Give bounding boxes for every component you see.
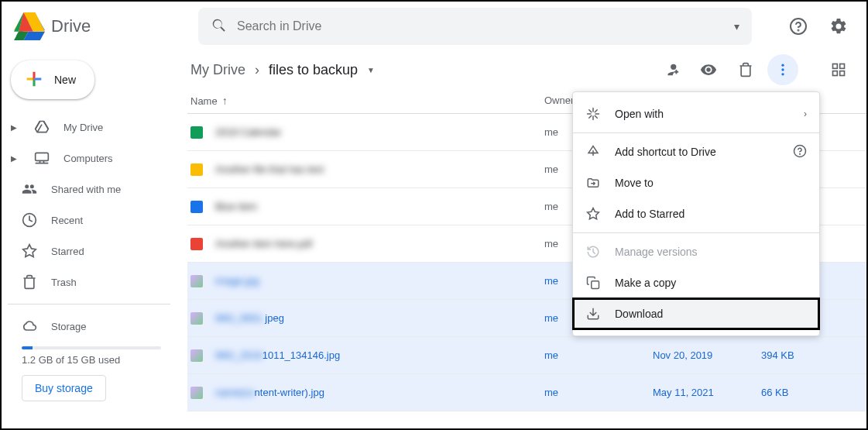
file-name: IMG_20191011_134146.jpg bbox=[215, 349, 340, 361]
help-icon[interactable] bbox=[793, 144, 807, 160]
table-row[interactable]: name(content-writer).jpgmeMay 11, 202166… bbox=[187, 374, 866, 411]
new-button[interactable]: New bbox=[11, 60, 94, 99]
support-button[interactable] bbox=[783, 11, 814, 42]
file-name: image.jpg bbox=[215, 275, 259, 287]
chevron-right-icon: › bbox=[804, 108, 807, 119]
menu-manage-versions-label: Manage versions bbox=[615, 246, 807, 258]
add-shortcut-icon bbox=[585, 144, 601, 160]
open-with-icon bbox=[585, 106, 601, 122]
breadcrumb: My Drive › files to backup ▼ bbox=[190, 62, 375, 78]
move-to-icon bbox=[585, 175, 601, 191]
column-name-label: Name bbox=[190, 95, 218, 107]
sidebar-item-label: My Drive bbox=[63, 122, 103, 133]
file-name: Blue item bbox=[215, 201, 257, 212]
menu-download[interactable]: Download bbox=[573, 298, 819, 329]
sort-arrow-up-icon: ↑ bbox=[222, 95, 228, 107]
svg-point-13 bbox=[781, 73, 784, 75]
content: My Drive › files to backup ▼ Name ↑ Owne… bbox=[187, 51, 866, 428]
file-name: Another file that has text bbox=[215, 163, 324, 175]
sidebar-item-recent[interactable]: Recent bbox=[8, 205, 187, 236]
sidebar-item-shared-with-me[interactable]: Shared with me bbox=[8, 174, 187, 205]
menu-open-with[interactable]: Open with › bbox=[573, 98, 819, 129]
file-type-icon bbox=[190, 163, 203, 176]
share-button[interactable] bbox=[656, 54, 687, 85]
file-name: Another item here.pdf bbox=[215, 238, 312, 249]
more-actions-button[interactable] bbox=[767, 54, 798, 85]
file-type-icon bbox=[190, 312, 203, 325]
sidebar-item-my-drive[interactable]: ▶My Drive bbox=[8, 112, 187, 143]
svg-point-19 bbox=[800, 153, 801, 154]
drive-logo-icon bbox=[14, 11, 45, 42]
sidebar: New ▶My Drive▶ComputersShared with meRec… bbox=[2, 51, 187, 428]
file-type-icon bbox=[190, 238, 203, 250]
storage-bar bbox=[22, 346, 161, 349]
table-row[interactable]: IMG_20191011_134146.jpgmeNov 20, 2019394… bbox=[187, 337, 866, 374]
cloud-icon bbox=[22, 318, 37, 334]
menu-make-a-copy[interactable]: Make a copy bbox=[573, 267, 819, 298]
svg-rect-8 bbox=[36, 153, 49, 160]
svg-rect-15 bbox=[840, 64, 845, 69]
search-icon bbox=[211, 17, 228, 36]
file-type-icon bbox=[190, 387, 203, 399]
chevron-down-icon[interactable]: ▼ bbox=[367, 66, 375, 74]
chevron-right-icon: › bbox=[252, 62, 262, 78]
breadcrumb-current[interactable]: files to backup bbox=[269, 62, 358, 78]
preview-button[interactable] bbox=[693, 54, 724, 85]
menu-manage-versions: Manage versions bbox=[573, 236, 819, 267]
search-options-dropdown-icon[interactable]: ▾ bbox=[734, 20, 739, 33]
menu-add-shortcut[interactable]: Add shortcut to Drive bbox=[573, 136, 819, 167]
file-type-icon bbox=[190, 349, 203, 362]
menu-add-to-starred[interactable]: Add to Starred bbox=[573, 198, 819, 229]
main: New ▶My Drive▶ComputersShared with meRec… bbox=[2, 51, 866, 428]
svg-rect-16 bbox=[833, 71, 838, 76]
plus-icon bbox=[23, 68, 45, 91]
context-menu: Open with › Add shortcut to Drive Move t… bbox=[572, 91, 820, 336]
new-button-label: New bbox=[54, 74, 76, 86]
sidebar-item-label: Trash bbox=[51, 277, 77, 288]
file-owner: me bbox=[544, 349, 653, 361]
search-input[interactable] bbox=[237, 19, 725, 33]
star-icon bbox=[585, 206, 601, 222]
file-type-icon bbox=[190, 201, 203, 213]
logo-area[interactable]: Drive bbox=[14, 11, 198, 42]
download-icon bbox=[585, 306, 601, 322]
svg-point-12 bbox=[781, 68, 784, 71]
sidebar-item-storage[interactable]: Storage bbox=[8, 311, 187, 342]
storage-label: Storage bbox=[51, 321, 87, 332]
versions-icon bbox=[585, 244, 601, 260]
sidebar-item-starred[interactable]: Starred bbox=[8, 236, 187, 267]
starred-icon bbox=[22, 243, 37, 259]
storage-fill bbox=[22, 346, 33, 349]
menu-make-a-copy-label: Make a copy bbox=[615, 277, 807, 289]
sidebar-item-label: Computers bbox=[63, 153, 113, 164]
chevron-right-icon: ▶ bbox=[11, 123, 20, 132]
column-name[interactable]: Name ↑ bbox=[190, 95, 544, 107]
computers-icon bbox=[34, 150, 50, 166]
svg-marker-20 bbox=[588, 208, 599, 219]
file-name: name(content-writer).jpg bbox=[215, 387, 324, 398]
file-type-icon bbox=[190, 275, 203, 287]
sidebar-item-label: Starred bbox=[51, 246, 84, 257]
grid-view-button[interactable] bbox=[823, 54, 854, 85]
sidebar-item-computers[interactable]: ▶Computers bbox=[8, 143, 187, 174]
breadcrumb-root[interactable]: My Drive bbox=[190, 62, 245, 78]
sidebar-item-label: Shared with me bbox=[51, 184, 121, 195]
svg-point-11 bbox=[781, 64, 784, 67]
menu-divider bbox=[573, 232, 819, 233]
buy-storage-button[interactable]: Buy storage bbox=[22, 375, 106, 401]
file-owner: me bbox=[544, 387, 653, 398]
settings-button[interactable] bbox=[823, 11, 854, 42]
sidebar-item-label: Recent bbox=[51, 215, 83, 226]
toolbar bbox=[656, 54, 854, 85]
menu-move-to[interactable]: Move to bbox=[573, 167, 819, 198]
trash-icon bbox=[22, 274, 37, 290]
search-bar[interactable]: ▾ bbox=[198, 8, 752, 45]
sidebar-item-trash[interactable]: Trash bbox=[8, 267, 187, 298]
menu-download-label: Download bbox=[615, 308, 807, 320]
svg-rect-21 bbox=[592, 281, 599, 289]
storage-usage-text: 1.2 GB of 15 GB used bbox=[22, 354, 187, 366]
remove-button[interactable] bbox=[730, 54, 761, 85]
svg-point-7 bbox=[798, 30, 799, 31]
menu-divider bbox=[573, 132, 819, 133]
svg-rect-17 bbox=[840, 71, 845, 76]
